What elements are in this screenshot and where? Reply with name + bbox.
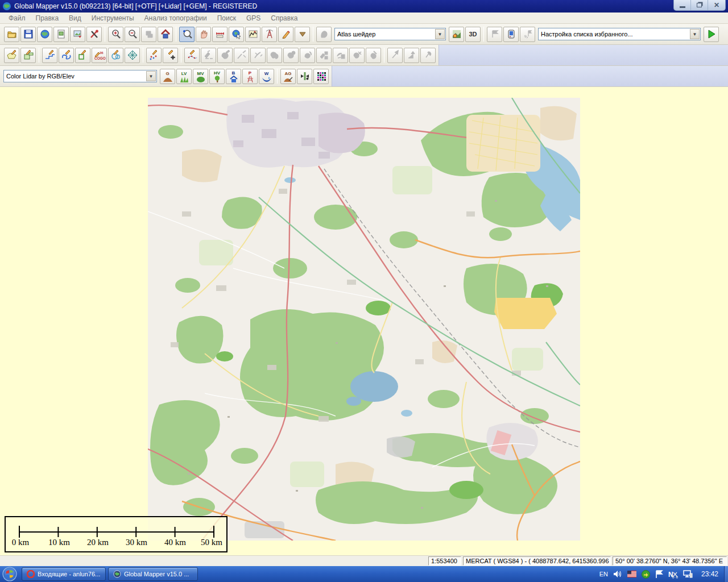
updater-tray-icon[interactable] <box>642 570 650 579</box>
action-center-flag-icon[interactable] <box>655 570 663 579</box>
clip-collar-button[interactable] <box>316 27 332 42</box>
lidar-class-high-vegetation-button[interactable]: HV <box>209 69 225 84</box>
move-feature-button[interactable] <box>201 48 216 63</box>
save-button[interactable] <box>20 27 36 42</box>
chevron-down-icon[interactable]: ▼ <box>690 29 700 39</box>
create-point-at-coordinate-button[interactable] <box>163 48 178 63</box>
menu-help[interactable]: Справка <box>266 13 303 23</box>
attribute-edit-button[interactable] <box>316 48 332 63</box>
shader-options-button[interactable] <box>449 27 464 42</box>
minimize-button[interactable] <box>674 0 691 10</box>
lidar-class-building-button[interactable]: B <box>226 69 241 84</box>
gps-start-button[interactable] <box>487 27 502 42</box>
split-line-button[interactable] <box>234 48 249 63</box>
restore-button[interactable] <box>691 0 708 10</box>
delete-feature-button[interactable] <box>349 48 365 63</box>
create-rectangle-area-button[interactable] <box>20 48 36 63</box>
show-desktop-button[interactable] <box>724 566 728 582</box>
scale-label-30: 30 km <box>126 538 147 547</box>
menu-view[interactable]: Вид <box>64 13 86 23</box>
lidar-draw-mode-combobox[interactable]: Color Lidar by RGB/Elev ▼ <box>3 70 157 82</box>
create-area-button[interactable] <box>4 48 19 63</box>
reshape-area-button[interactable] <box>217 48 233 63</box>
create-point-button[interactable] <box>146 48 162 63</box>
create-freehand-line-button[interactable] <box>59 48 74 63</box>
zoom-in-button[interactable] <box>108 27 123 42</box>
map-catalog-button[interactable] <box>53 27 69 42</box>
download-online-data-button[interactable] <box>37 27 52 42</box>
volume-icon[interactable] <box>613 570 622 578</box>
fill-style-button[interactable] <box>366 48 381 63</box>
shader-combobox-value: Atlas шейдер <box>337 31 375 38</box>
zoom-tool-button[interactable] <box>179 27 195 42</box>
language-indicator[interactable]: EN <box>599 571 608 577</box>
undo-digitization-button[interactable] <box>387 48 403 63</box>
combine-areas-button[interactable] <box>267 48 282 63</box>
zoom-out-button[interactable] <box>125 27 140 42</box>
copy-feature-button[interactable] <box>333 48 348 63</box>
start-button[interactable] <box>0 566 19 582</box>
edit-vertices-button[interactable] <box>184 48 200 63</box>
taskbar-clock[interactable]: 23:42 <box>701 570 718 578</box>
menu-file[interactable]: Файл <box>3 13 31 23</box>
view-shed-button[interactable] <box>262 27 277 42</box>
window-title: Global Mapper v15.0 (b092213) [64-bit] [… <box>14 2 257 10</box>
redo-digitization-button[interactable] <box>404 48 419 63</box>
lidar-class-low-vegetation-button[interactable]: LV <box>176 69 192 84</box>
favorites-combobox[interactable]: Настройка списка избранного... ▼ <box>538 28 701 40</box>
close-button[interactable]: ✕ <box>708 0 725 10</box>
lidar-class-powerline-button[interactable]: P <box>242 69 258 84</box>
menu-bar: Файл Правка Вид Инструменты Анализ топог… <box>0 13 728 24</box>
shader-combobox[interactable]: Atlas шейдер ▼ <box>334 28 446 40</box>
network-icon[interactable] <box>683 570 693 578</box>
map-view[interactable] <box>148 98 580 541</box>
rotate-feature-button[interactable] <box>300 48 315 63</box>
measure-tool-button[interactable] <box>212 27 228 42</box>
lidar-class-ground-button[interactable]: G <box>160 69 175 84</box>
globe-app-icon <box>113 570 121 578</box>
create-range-rings-button[interactable] <box>108 48 123 63</box>
netcut-tray-icon[interactable]: N <box>668 570 678 579</box>
pan-tool-button[interactable] <box>196 27 211 42</box>
scale-label-10: 10 km <box>48 538 70 547</box>
digitizer-tool-button[interactable] <box>278 27 293 42</box>
menu-terrain-analysis[interactable]: Анализ топографии <box>139 13 212 23</box>
run-favorite-button[interactable] <box>704 27 719 42</box>
lidar-class-water-button[interactable]: W <box>259 69 274 84</box>
create-line-button[interactable] <box>42 48 57 63</box>
keyboard-layout-flag-icon[interactable] <box>627 571 636 577</box>
menu-edit[interactable]: Правка <box>31 13 64 23</box>
join-lines-button[interactable] <box>250 48 266 63</box>
view-3d-button[interactable]: 3D <box>465 27 481 42</box>
previous-view-button[interactable] <box>141 27 156 42</box>
title-bar: Global Mapper v15.0 (b092213) [64-bit] [… <box>0 0 728 13</box>
taskbar-item-label: Global Mapper v15.0 ... <box>124 571 189 577</box>
open-file-button[interactable] <box>4 27 19 42</box>
lidar-class-medium-vegetation-button[interactable]: MV <box>193 69 208 84</box>
chevron-down-icon[interactable]: ▼ <box>435 29 445 39</box>
menu-gps[interactable]: GPS <box>241 13 266 23</box>
create-rectangle-line-button[interactable] <box>75 48 90 63</box>
menu-search[interactable]: Поиск <box>212 13 241 23</box>
lidar-color-palette-button[interactable] <box>313 69 329 84</box>
options-button[interactable] <box>86 27 102 42</box>
chevron-down-icon[interactable]: ▼ <box>146 71 156 81</box>
export-button[interactable] <box>70 27 85 42</box>
menu-tools[interactable]: Инструменты <box>86 13 139 23</box>
gps-device-button[interactable] <box>503 27 519 42</box>
path-profile-button[interactable] <box>245 27 260 42</box>
taskbar-item-opera-mail[interactable]: Входящие - anlun76... <box>22 567 106 581</box>
scale-label-20: 20 km <box>87 538 109 547</box>
create-cogo-button[interactable]: 36COGO <box>92 48 107 63</box>
map-workspace: 0 km 10 km 20 km 30 km 40 km 50 km <box>0 87 728 555</box>
tool-dropdown-button[interactable] <box>295 27 310 42</box>
full-extent-home-button[interactable] <box>158 27 173 42</box>
feature-info-tool-button[interactable] <box>229 27 244 42</box>
taskbar-item-global-mapper[interactable]: Global Mapper v15.0 ... <box>108 567 198 581</box>
lidar-class-above-ground-button[interactable]: AG <box>280 69 296 84</box>
create-grid-button[interactable] <box>125 48 140 63</box>
gps-tracking-button[interactable] <box>520 27 535 42</box>
revert-digitization-button[interactable] <box>420 48 436 63</box>
lidar-filter-button[interactable] <box>297 69 312 84</box>
crop-areas-button[interactable] <box>283 48 299 63</box>
